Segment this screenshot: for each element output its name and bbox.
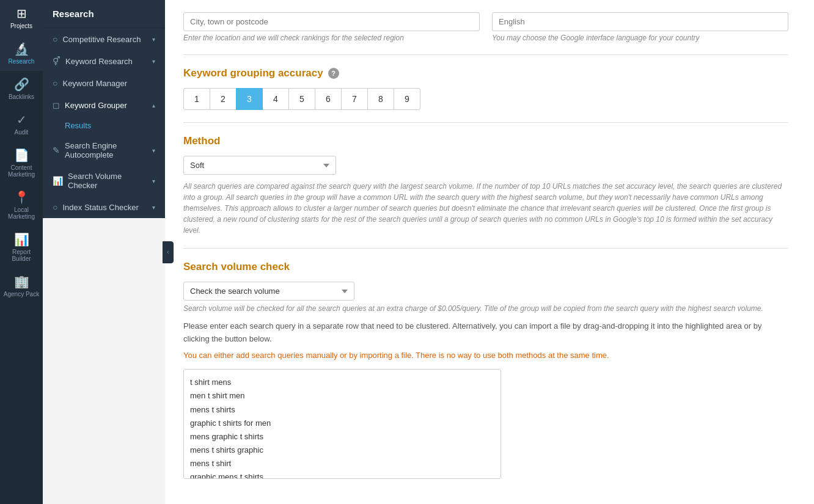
kw-research-chevron: ▾ — [152, 58, 155, 65]
index-status-icon: ○ — [53, 202, 57, 212]
search-engine-icon: ✎ — [53, 145, 60, 155]
keywords-textarea-wrapper — [183, 369, 501, 479]
nav-search-engine-label: Search Engine Autocomplete — [65, 141, 152, 159]
method-select[interactable]: SoftHard — [183, 156, 336, 175]
keywords-textarea[interactable] — [184, 370, 501, 478]
nav-panel-wrapper: Research ○ Competitive Research ▾ ⚥ Keyw… — [43, 0, 165, 504]
warning-text: You can either add search queries manual… — [183, 349, 788, 362]
location-hint: Enter the location and we will check ran… — [183, 34, 480, 42]
sidebar: ⊞ Projects 🔬 Research 🔗 Backlinks ✓ Audi… — [0, 0, 43, 504]
accuracy-btn-2[interactable]: 2 — [210, 88, 237, 110]
projects-icon: ⊞ — [16, 6, 27, 21]
sidebar-projects-label: Projects — [10, 23, 32, 29]
local-icon: 📍 — [14, 190, 29, 205]
keyword-research-icon: ⚥ — [53, 56, 61, 66]
sidebar-research-label: Research — [9, 58, 35, 65]
nav-keyword-manager-label: Keyword Manager — [62, 79, 127, 88]
sidebar-item-projects[interactable]: ⊞ Projects — [0, 0, 43, 35]
nav-item-keyword-manager[interactable]: ○ Keyword Manager — [43, 72, 165, 94]
nav-item-index-status[interactable]: ○ Index Status Checker ▾ — [43, 196, 165, 218]
nav-panel: Research ○ Competitive Research ▾ ⚥ Keyw… — [43, 0, 165, 218]
accuracy-btn-7[interactable]: 7 — [341, 88, 368, 110]
agency-icon: 🏢 — [14, 274, 29, 289]
sidebar-item-audit[interactable]: ✓ Audit — [0, 106, 43, 142]
sidebar-item-local[interactable]: 📍 Local Marketing — [0, 184, 43, 226]
method-description: All search queries are compared against … — [183, 181, 788, 236]
search-volume-icon: 📊 — [53, 176, 63, 186]
accuracy-btn-6[interactable]: 6 — [315, 88, 342, 110]
nav-title: Research — [43, 0, 165, 28]
content-icon: 📄 — [14, 148, 29, 163]
nav-item-competitive[interactable]: ○ Competitive Research ▾ — [43, 28, 165, 50]
sidebar-agency-label: Agency Pack — [4, 291, 39, 298]
instruction-text: Please enter each search query in a sepa… — [183, 320, 788, 346]
nav-search-volume-label: Search Volume Checker — [68, 172, 152, 190]
nav-competitive-label: Competitive Research — [62, 35, 141, 44]
accuracy-btn-5[interactable]: 5 — [288, 88, 315, 110]
sidebar-item-research[interactable]: 🔬 Research — [0, 35, 43, 71]
language-hint: You may choose the Google interface lang… — [492, 34, 788, 42]
sidebar-item-backlinks[interactable]: 🔗 Backlinks — [0, 71, 43, 106]
search-volume-section: Search volume check Check the search vol… — [183, 261, 788, 479]
language-input[interactable] — [492, 12, 788, 31]
nav-item-keyword-grouper[interactable]: ◻ Keyword Grouper ▴ — [43, 94, 165, 116]
accuracy-title: Keyword grouping accuracy ? — [183, 67, 788, 79]
kw-grouper-chevron: ▴ — [152, 102, 155, 109]
search-volume-title: Search volume check — [183, 261, 788, 273]
accuracy-btn-1[interactable]: 1 — [183, 88, 210, 110]
audit-icon: ✓ — [16, 112, 27, 127]
top-inputs: Enter the location and we will check ran… — [183, 12, 788, 42]
index-status-chevron: ▾ — [152, 204, 155, 211]
sidebar-item-agency[interactable]: 🏢 Agency Pack — [0, 268, 43, 304]
accuracy-info-icon[interactable]: ? — [328, 68, 339, 79]
accuracy-btn-8[interactable]: 8 — [367, 88, 394, 110]
competitive-icon: ○ — [53, 34, 57, 44]
nav-item-keyword-research[interactable]: ⚥ Keyword Research ▾ — [43, 50, 165, 72]
nav-keyword-research-label: Keyword Research — [65, 57, 133, 66]
research-icon: 🔬 — [14, 42, 29, 56]
sidebar-item-report[interactable]: 📊 Report Builder — [0, 226, 43, 268]
accuracy-buttons: 123456789 — [183, 88, 788, 110]
accuracy-btn-4[interactable]: 4 — [262, 88, 289, 110]
sidebar-local-label: Local Marketing — [3, 206, 40, 220]
charge-note: Search volume will be checked for all th… — [183, 304, 788, 313]
sidebar-content-label: Content Marketing — [3, 164, 40, 178]
sidebar-report-label: Report Builder — [3, 249, 40, 262]
main-content: Enter the location and we will check ran… — [165, 0, 814, 504]
nav-results-label: Results — [65, 121, 91, 130]
location-input[interactable] — [183, 12, 480, 31]
nav-index-status-label: Index Status Checker — [62, 203, 138, 212]
nav-item-search-volume[interactable]: 📊 Search Volume Checker ▾ — [43, 166, 165, 196]
nav-keyword-grouper-label: Keyword Grouper — [65, 101, 127, 110]
search-engine-chevron: ▾ — [152, 147, 155, 154]
competitive-chevron: ▾ — [152, 36, 155, 43]
location-input-group: Enter the location and we will check ran… — [183, 12, 480, 42]
divider-3 — [183, 248, 788, 249]
backlinks-icon: 🔗 — [14, 77, 29, 92]
sidebar-backlinks-label: Backlinks — [9, 93, 34, 100]
keyword-manager-icon: ○ — [53, 78, 57, 88]
report-icon: 📊 — [14, 232, 29, 247]
method-section: Method SoftHard All search queries are c… — [183, 135, 788, 236]
search-volume-select[interactable]: Check the search volumeDon't check the s… — [183, 282, 354, 301]
accuracy-section: Keyword grouping accuracy ? 123456789 — [183, 67, 788, 110]
content-inner: Enter the location and we will check ran… — [165, 0, 807, 491]
language-input-group: You may choose the Google interface lang… — [492, 12, 788, 42]
nav-sub-results[interactable]: Results — [43, 116, 165, 135]
nav-section: ○ Competitive Research ▾ ⚥ Keyword Resea… — [43, 28, 165, 218]
nav-item-search-engine[interactable]: ✎ Search Engine Autocomplete ▾ — [43, 135, 165, 166]
method-title: Method — [183, 135, 788, 147]
accuracy-btn-3[interactable]: 3 — [236, 88, 263, 110]
nav-collapse-button[interactable]: ‹ — [163, 241, 174, 263]
sidebar-audit-label: Audit — [15, 129, 29, 136]
divider-2 — [183, 122, 788, 123]
search-volume-chevron: ▾ — [152, 178, 155, 184]
keyword-grouper-icon: ◻ — [53, 100, 60, 110]
sidebar-item-content[interactable]: 📄 Content Marketing — [0, 142, 43, 184]
divider-1 — [183, 54, 788, 55]
accuracy-btn-9[interactable]: 9 — [394, 88, 420, 110]
